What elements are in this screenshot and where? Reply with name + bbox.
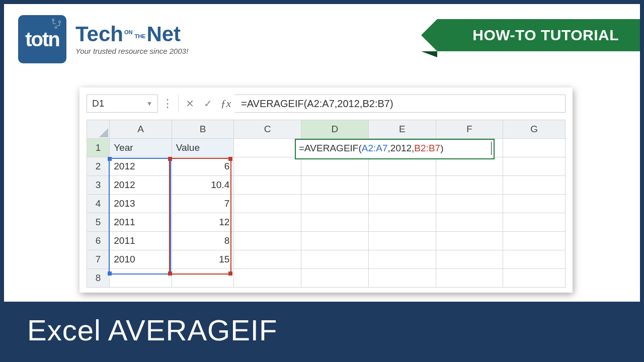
cell-E3[interactable] xyxy=(368,176,436,195)
cell-D8[interactable] xyxy=(301,269,369,288)
cell-F7[interactable] xyxy=(436,250,503,269)
cell-D3[interactable] xyxy=(301,176,369,195)
fx-icon[interactable]: ƒx xyxy=(217,95,235,113)
cell-B8[interactable] xyxy=(172,269,234,288)
cell-B5[interactable]: 12 xyxy=(172,213,234,232)
howto-ribbon: HOW-TO TUTORIAL xyxy=(437,19,640,51)
formula-input[interactable]: =AVERAGEIF(A2:A7,2012,B2:B7) xyxy=(235,95,566,113)
site-logo: totn TechONTHENet Your trusted resource … xyxy=(18,15,188,63)
cell-A3[interactable]: 2012 xyxy=(110,176,172,195)
cell-B2[interactable]: 6 xyxy=(172,157,234,176)
cell-A5[interactable]: 2011 xyxy=(110,213,172,232)
cell-C8[interactable] xyxy=(234,269,301,288)
row-header-3[interactable]: 3 xyxy=(87,176,110,195)
col-header-A[interactable]: A xyxy=(110,120,172,139)
row-header-7[interactable]: 7 xyxy=(87,250,110,269)
cell-G6[interactable] xyxy=(503,232,566,250)
cell-C5[interactable] xyxy=(234,213,301,232)
col-header-G[interactable]: G xyxy=(503,120,566,139)
cell-D6[interactable] xyxy=(301,232,369,250)
cell-B4[interactable]: 7 xyxy=(172,195,234,213)
cell-F4[interactable] xyxy=(436,195,503,213)
row-header-1[interactable]: 1 xyxy=(87,139,110,157)
cell-C1[interactable] xyxy=(234,139,301,157)
svg-point-2 xyxy=(55,27,57,29)
svg-marker-3 xyxy=(99,128,108,137)
title-banner-text: Excel AVERAGEIF xyxy=(27,313,277,347)
cell-F8[interactable] xyxy=(436,269,503,288)
cell-E2[interactable] xyxy=(368,157,436,176)
cell-G8[interactable] xyxy=(503,269,566,288)
name-box[interactable]: D1 ▼ xyxy=(87,95,158,113)
cell-A2[interactable]: 2012 xyxy=(110,157,172,176)
col-header-C[interactable]: C xyxy=(234,120,301,139)
cell-A1[interactable]: Year xyxy=(110,139,172,157)
cell-G5[interactable] xyxy=(503,213,566,232)
cell-E4[interactable] xyxy=(368,195,436,213)
formula-range-b: B2:B7 xyxy=(414,143,440,153)
cell-F5[interactable] xyxy=(436,213,503,232)
cell-B1[interactable]: Value xyxy=(172,139,234,157)
cell-F6[interactable] xyxy=(436,232,503,250)
cell-F2[interactable] xyxy=(436,157,503,176)
cell-E8[interactable] xyxy=(368,269,436,288)
select-all-corner[interactable] xyxy=(87,120,110,139)
cell-D2[interactable] xyxy=(301,157,369,176)
logo-badge: totn xyxy=(18,15,66,63)
cell-D4[interactable] xyxy=(301,195,369,213)
cell-A7[interactable]: 2010 xyxy=(110,250,172,269)
col-header-B[interactable]: B xyxy=(172,120,234,139)
cell-A8[interactable] xyxy=(110,269,172,288)
ribbon-label: HOW-TO TUTORIAL xyxy=(472,27,619,44)
more-icon[interactable]: ⋮ xyxy=(158,95,176,113)
cell-C3[interactable] xyxy=(234,176,301,195)
row-4: 4 2013 7 xyxy=(87,195,566,213)
cell-G4[interactable] xyxy=(503,195,566,213)
chevron-down-icon[interactable]: ▼ xyxy=(146,100,152,107)
active-cell-d1[interactable]: =AVERAGEIF(A2:A7,2012,B2:B7) xyxy=(295,139,495,159)
cell-d1-formula-display: =AVERAGEIF(A2:A7,2012,B2:B7) xyxy=(299,143,443,154)
row-header-4[interactable]: 4 xyxy=(87,195,110,213)
cell-A6[interactable]: 2011 xyxy=(110,232,172,250)
row-header-5[interactable]: 5 xyxy=(87,213,110,232)
cell-G1[interactable] xyxy=(503,139,566,157)
formula-prefix: =AVERAGEIF( xyxy=(299,143,362,153)
cell-B7[interactable]: 15 xyxy=(172,250,234,269)
logo-title-tech: Tech xyxy=(75,22,123,46)
row-5: 5 2011 12 xyxy=(87,213,566,232)
cell-C6[interactable] xyxy=(234,232,301,250)
formula-bar: D1 ▼ ⋮ ✕ ✓ ƒx =AVERAGEIF(A2:A7,2012,B2:B… xyxy=(87,95,566,113)
text-cursor xyxy=(491,142,492,155)
cell-G2[interactable] xyxy=(503,157,566,176)
cell-D5[interactable] xyxy=(301,213,369,232)
logo-badge-text: totn xyxy=(25,28,59,51)
cell-D7[interactable] xyxy=(301,250,369,269)
cancel-formula-button[interactable]: ✕ xyxy=(181,95,199,113)
select-all-icon xyxy=(99,128,108,137)
col-header-D[interactable]: D xyxy=(301,120,369,139)
accept-formula-button[interactable]: ✓ xyxy=(199,95,217,113)
row-header-2[interactable]: 2 xyxy=(87,157,110,176)
logo-title: TechONTHENet xyxy=(75,24,188,45)
cell-C2[interactable] xyxy=(234,157,301,176)
logo-tagline: Your trusted resource since 2003! xyxy=(75,47,188,55)
cell-B3[interactable]: 10.4 xyxy=(172,176,234,195)
row-header-6[interactable]: 6 xyxy=(87,232,110,250)
cell-E5[interactable] xyxy=(368,213,436,232)
cell-G7[interactable] xyxy=(503,250,566,269)
cell-A4[interactable]: 2013 xyxy=(110,195,172,213)
formula-range-a: A2:A7 xyxy=(362,143,388,153)
cell-C7[interactable] xyxy=(234,250,301,269)
cell-E6[interactable] xyxy=(368,232,436,250)
svg-point-0 xyxy=(52,19,54,21)
svg-point-1 xyxy=(59,21,61,23)
col-header-F[interactable]: F xyxy=(436,120,503,139)
row-6: 6 2011 8 xyxy=(87,232,566,250)
cell-F3[interactable] xyxy=(436,176,503,195)
cell-G3[interactable] xyxy=(503,176,566,195)
cell-C4[interactable] xyxy=(234,195,301,213)
cell-E7[interactable] xyxy=(368,250,436,269)
cell-B6[interactable]: 8 xyxy=(172,232,234,250)
col-header-E[interactable]: E xyxy=(368,120,436,139)
row-header-8[interactable]: 8 xyxy=(87,269,110,288)
